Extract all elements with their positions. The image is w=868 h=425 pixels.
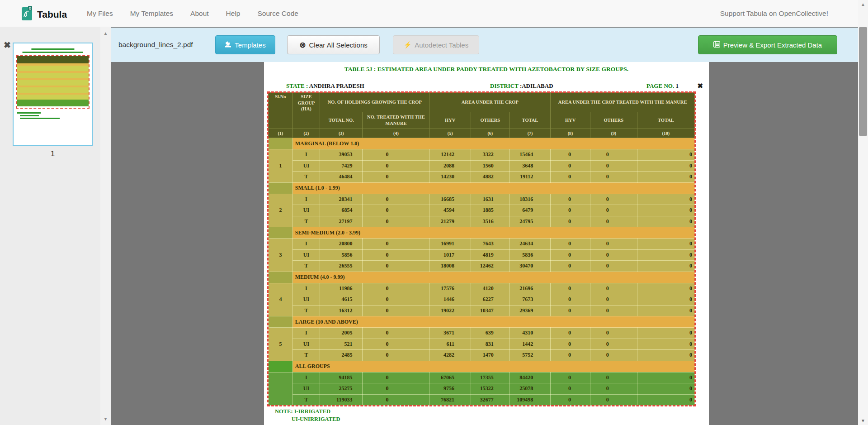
lightning-icon: ⚡ <box>404 42 411 48</box>
clear-selections-label: Clear All Selections <box>309 41 368 49</box>
thumb-note-line <box>20 118 60 119</box>
delete-page-icon[interactable]: ✖ <box>4 41 11 49</box>
thumb-table-selection <box>16 55 90 109</box>
table-selection-area: Sl.No SIZE GROUP (HA) NO. OF HOLDINGS GR… <box>268 92 695 406</box>
district-field: DISTRICT :ADILABAD <box>490 82 553 90</box>
nav-my-templates[interactable]: My Templates <box>130 10 173 18</box>
export-list-icon <box>713 41 720 49</box>
table-selection-box[interactable] <box>267 91 696 406</box>
sidebar-scrollbar[interactable]: ▲ ▼ <box>100 27 111 425</box>
autodetect-label: Autodetect Tables <box>415 41 468 49</box>
support-opencollective-link[interactable]: Support Tabula on OpenCollective! <box>720 0 828 27</box>
thumb-table-header <box>17 56 89 64</box>
brand-title: Tabula <box>37 9 67 20</box>
thumb-table-rows <box>17 64 89 100</box>
thumbnail-page-number: 1 <box>13 149 93 158</box>
scrollbar-thumb[interactable] <box>859 27 867 136</box>
nav-links: My Files My Templates About Help Source … <box>87 0 298 27</box>
clear-selections-icon: ⊗ <box>299 41 306 49</box>
preview-export-button[interactable]: Preview & Export Extracted Data <box>698 35 837 54</box>
tabula-logo-icon <box>21 6 33 23</box>
selection-close-icon[interactable]: ✖ <box>697 82 703 90</box>
page-thumbnail[interactable] <box>13 43 93 146</box>
thumb-title-line <box>22 52 83 53</box>
save-template-icon <box>225 41 231 49</box>
pdf-table-title: TABLE 5J : ESTIMATED AREA UNDER PADDY TR… <box>264 66 709 73</box>
page-no-field: PAGE NO. 1 <box>646 82 679 90</box>
nav-help[interactable]: Help <box>226 10 241 18</box>
nav-my-files[interactable]: My Files <box>87 10 113 18</box>
navbar: Tabula My Files My Templates About Help … <box>0 0 868 27</box>
nav-source-code[interactable]: Source Code <box>257 10 298 18</box>
clear-all-selections-button[interactable]: ⊗ Clear All Selections <box>287 35 380 54</box>
nav-about[interactable]: About <box>190 10 209 18</box>
scroll-down-icon[interactable]: ▼ <box>858 418 868 423</box>
scroll-up-icon[interactable]: ▲ <box>100 31 111 36</box>
file-toolbar: background_lines_2.pdf Templates ⊗ Clear… <box>111 28 858 62</box>
pdf-note-line2: UI-UNIRRIGATED <box>292 416 340 423</box>
open-filename: background_lines_2.pdf <box>118 28 193 62</box>
autodetect-tables-button[interactable]: ⚡ Autodetect Tables <box>393 35 479 54</box>
page-thumbnail-sidebar: ✖ 1 ▲ ▼ <box>0 27 111 425</box>
state-field: STATE : ANDHRA PRADESH <box>286 82 364 90</box>
thumb-note-line <box>17 112 41 114</box>
export-label: Preview & Export Extracted Data <box>723 41 822 49</box>
page-scrollbar[interactable]: ▲ ▼ <box>858 0 868 425</box>
scroll-down-icon[interactable]: ▼ <box>100 416 111 421</box>
templates-button[interactable]: Templates <box>215 35 275 54</box>
pdf-note-line1: NOTE: I-IRRIGATED <box>275 408 330 415</box>
thumb-title-line <box>31 48 74 50</box>
thumb-note-line <box>20 115 39 116</box>
thumb-table-allgroups <box>17 100 89 106</box>
templates-label: Templates <box>235 41 265 49</box>
pdf-page[interactable]: TABLE 5J : ESTIMATED AREA UNDER PADDY TR… <box>264 62 709 425</box>
scroll-up-icon[interactable]: ▲ <box>858 2 868 7</box>
brand-home-link[interactable]: Tabula <box>21 6 67 23</box>
document-canvas: TABLE 5J : ESTIMATED AREA UNDER PADDY TR… <box>111 62 858 425</box>
